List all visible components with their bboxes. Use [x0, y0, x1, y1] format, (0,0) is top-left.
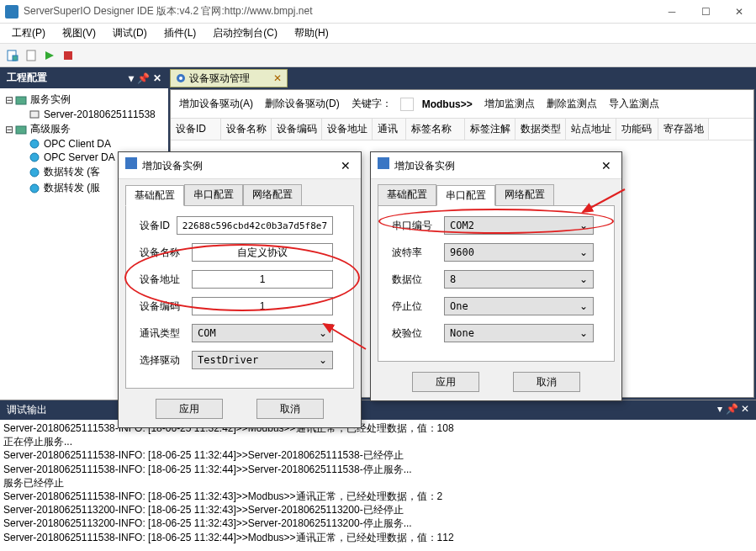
stopbits-select[interactable]: One⌄ — [444, 297, 594, 315]
col-reg: 寄存器地 — [658, 119, 709, 140]
add-monitor-button[interactable]: 增加监测点 — [481, 95, 538, 113]
new-icon[interactable] — [5, 48, 20, 63]
baud-select[interactable]: 9600⌄ — [444, 243, 594, 262]
apply-button[interactable]: 应用 — [156, 399, 223, 419]
import-monitor-button[interactable]: 导入监测点 — [605, 95, 663, 113]
menu-help[interactable]: 帮助(H) — [289, 24, 334, 42]
output-body[interactable]: Server-20180625111538-INFO: [18-06-25 11… — [0, 420, 756, 551]
databits-select[interactable]: 8⌄ — [444, 270, 594, 289]
log-line: Server-20180625113200-INFO: [18-06-25 11… — [3, 503, 753, 517]
side-panel-title: 工程配置 ▾ 📌 ✕ — [0, 67, 168, 88]
device-code-input[interactable]: 1 — [192, 297, 333, 315]
dialog1-close-button[interactable]: ✕ — [337, 159, 354, 172]
col-code: 设备编码 — [272, 119, 322, 140]
svg-rect-1 — [13, 56, 18, 61]
dialog-icon — [378, 157, 389, 169]
log-line: Server-20180625111538-INFO: [18-06-25 11… — [3, 531, 753, 544]
tree-opc-da[interactable]: OPC Client DA — [3, 137, 165, 151]
tab-basic[interactable]: 基础配置 — [125, 185, 184, 206]
svg-rect-7 — [16, 126, 26, 134]
col-dtype: 数据类型 — [515, 119, 566, 140]
col-tagnote: 标签注解 — [465, 119, 515, 140]
close-button[interactable]: ✕ — [722, 0, 756, 24]
pin-icon[interactable]: 📌 — [137, 72, 150, 84]
driver-select: TestDriver⌄ — [192, 351, 333, 369]
add-device-dialog-basic: 增加设备实例 ✕ 基础配置 串口配置 网络配置 设备ID22688c596cbd… — [118, 151, 362, 428]
file-icon[interactable] — [24, 48, 39, 63]
output-panel: 调试输出 ▾ 📌 ✕ Server-20180625111538-INFO: [… — [0, 400, 756, 551]
del-monitor-button[interactable]: 删除监测点 — [543, 95, 600, 113]
chevron-down-icon: ⌄ — [579, 246, 588, 258]
titlebar: ServerSuperIO Designer IDE 版本:v4.2 官网:ht… — [0, 0, 756, 24]
tree-root[interactable]: ⊟服务实例 — [3, 92, 165, 108]
dialog1-title: 增加设备实例 — [142, 160, 203, 172]
device-addr-input[interactable]: 1 — [192, 270, 333, 289]
menu-debug[interactable]: 调试(D) — [108, 24, 152, 42]
tree-adv[interactable]: ⊟高级服务 — [3, 121, 165, 137]
gear-icon — [176, 73, 186, 83]
port-select[interactable]: COM2⌄ — [444, 216, 594, 235]
chevron-down-icon: ⌄ — [579, 327, 588, 339]
maximize-button[interactable]: ☐ — [689, 0, 722, 24]
toolbar — [0, 44, 756, 67]
device-name-input[interactable]: 自定义协议 — [192, 243, 333, 262]
svg-rect-5 — [16, 97, 26, 104]
dropdown-icon[interactable]: ▾ — [129, 72, 134, 84]
menu-plugin[interactable]: 插件(L) — [159, 24, 202, 42]
close-output-icon[interactable]: ✕ — [741, 403, 749, 415]
parity-select[interactable]: None⌄ — [444, 324, 594, 342]
svg-point-11 — [30, 184, 39, 193]
chevron-down-icon: ⌄ — [579, 220, 588, 231]
dialog2-close-button[interactable]: ✕ — [598, 159, 615, 172]
cancel-button[interactable]: 取消 — [256, 399, 324, 419]
driver-label: 选择驱动 — [133, 353, 192, 368]
add-driver-button[interactable]: 增加设备驱动(A) — [176, 95, 256, 113]
device-code-label: 设备编码 — [133, 299, 192, 314]
grid-header: 设备ID 设备名称 设备编码 设备地址 通讯 标签名称 标签注解 数据类型 站点… — [171, 119, 753, 140]
tab-network[interactable]: 网络配置 — [243, 184, 302, 205]
stopbits-label: 停止位 — [385, 299, 444, 314]
tab-serial[interactable]: 串口配置 — [436, 185, 495, 206]
doc-tab[interactable]: 设备驱动管理 ✕ — [170, 69, 288, 87]
cancel-button[interactable]: 取消 — [513, 372, 580, 392]
device-id-label: 设备ID — [133, 219, 177, 233]
apply-button[interactable]: 应用 — [412, 372, 479, 392]
close-panel-icon[interactable]: ✕ — [153, 72, 161, 84]
pin-icon[interactable]: 📌 — [726, 403, 738, 415]
col-comm: 通讯 — [373, 119, 406, 140]
log-line: Server-20180625111538-INFO: [18-06-25 11… — [3, 421, 753, 435]
log-line: Server-20180625111538-INFO: [18-06-25 11… — [3, 463, 753, 476]
col-site: 站点地址 — [566, 119, 616, 140]
dropdown-icon[interactable]: ▾ — [717, 403, 722, 415]
comm-type-select[interactable]: COM⌄ — [192, 324, 333, 342]
menu-view[interactable]: 视图(V) — [57, 24, 101, 42]
chevron-down-icon: ⌄ — [319, 354, 327, 366]
keyword-input[interactable] — [400, 98, 414, 111]
device-name-label: 设备名称 — [133, 246, 192, 260]
close-tab-icon[interactable]: ✕ — [273, 72, 282, 84]
stop-icon[interactable] — [61, 48, 76, 63]
log-line: Server-20180625113200-INFO: [18-06-25 11… — [3, 517, 753, 530]
del-driver-button[interactable]: 删除设备驱动(D) — [262, 95, 343, 113]
tab-network[interactable]: 网络配置 — [495, 184, 554, 205]
chevron-down-icon: ⌄ — [319, 327, 327, 339]
minimize-button[interactable]: ─ — [655, 0, 689, 24]
menu-project[interactable]: 工程(P) — [7, 24, 50, 42]
svg-point-10 — [30, 168, 39, 177]
col-addr: 设备地址 — [322, 119, 373, 140]
modbus-label: Modbus>> — [419, 97, 476, 112]
run-icon[interactable] — [42, 48, 57, 63]
menubar: 工程(P) 视图(V) 调试(D) 插件(L) 启动控制台(C) 帮助(H) — [0, 24, 756, 44]
col-func: 功能码 — [616, 119, 658, 140]
tree-server[interactable]: Server-20180625111538 — [3, 108, 165, 121]
menu-console[interactable]: 启动控制台(C) — [208, 24, 283, 42]
window-title: ServerSuperIO Designer IDE 版本:v4.2 官网:ht… — [24, 4, 655, 19]
device-id-input[interactable]: 22688c596cbd42c0b3a7d5f8e7 — [177, 216, 333, 235]
tab-basic[interactable]: 基础配置 — [378, 184, 436, 205]
device-addr-label: 设备地址 — [133, 273, 192, 287]
tab-serial[interactable]: 串口配置 — [184, 184, 243, 205]
log-line: Server-20180625111538-INFO: [18-06-25 11… — [3, 490, 753, 503]
log-line: 服务已经停止 — [3, 476, 753, 490]
app-icon — [5, 5, 19, 19]
chevron-down-icon: ⌄ — [579, 273, 588, 285]
